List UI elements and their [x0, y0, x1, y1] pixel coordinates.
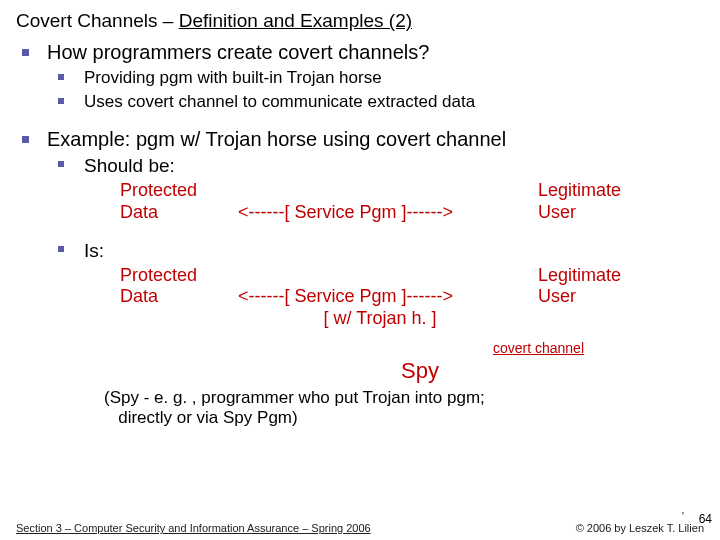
bullet-text: Providing pgm with built-in Trojan horse	[84, 67, 382, 89]
spacer	[530, 308, 670, 330]
bullet-icon	[22, 49, 29, 56]
bullet-level2: Providing pgm with built-in Trojan horse	[58, 67, 704, 89]
service-pgm-arrow: <------[ Service Pgm ]------>	[230, 286, 538, 308]
tick-mark: '	[682, 511, 684, 522]
service-pgm-arrow	[230, 265, 538, 287]
spy-note: (Spy - e. g. , programmer who put Trojan…	[104, 388, 704, 429]
legit-user-label: Legitimate	[538, 180, 678, 202]
bullet-level1: How programmers create covert channels?	[22, 40, 704, 65]
bullet-icon	[22, 136, 29, 143]
bullet-level2: Should be:	[58, 154, 704, 178]
protected-data-label: Data	[120, 202, 230, 224]
spacer	[16, 223, 704, 237]
bullet-level2: Is:	[58, 239, 704, 263]
legit-user-label: User	[538, 202, 678, 224]
note-line1: (Spy - e. g. , programmer who put Trojan…	[104, 388, 485, 407]
title-prefix: Covert Channels –	[16, 10, 179, 31]
spacer	[16, 115, 704, 125]
bullet-text: Example: pgm w/ Trojan horse using cover…	[47, 127, 506, 152]
page-number: 64	[699, 512, 712, 526]
trojan-label: [ w/ Trojan h. ]	[230, 308, 530, 330]
protected-data-label: Data	[120, 286, 230, 308]
diagram-row: Data <------[ Service Pgm ]------> User	[120, 202, 704, 224]
service-pgm-arrow: <------[ Service Pgm ]------>	[230, 202, 538, 224]
bullet-level2: Uses covert channel to communicate extra…	[58, 91, 704, 113]
legit-user-label: User	[538, 286, 678, 308]
footer-left: Section 3 – Computer Security and Inform…	[16, 522, 371, 534]
diagram-row: Data <------[ Service Pgm ]------> User	[120, 286, 704, 308]
diagram-is: Protected Legitimate Data <------[ Servi…	[120, 265, 704, 330]
bullet-icon	[58, 161, 64, 167]
diagram-row: [ w/ Trojan h. ]	[120, 308, 704, 330]
footer: Section 3 – Computer Security and Inform…	[16, 521, 704, 534]
slide-title: Covert Channels – Definition and Example…	[16, 10, 704, 32]
bullet-icon	[58, 98, 64, 104]
slide: Covert Channels – Definition and Example…	[0, 0, 720, 540]
protected-data-label: Protected	[120, 180, 230, 202]
bullet-text: Should be:	[84, 154, 175, 178]
service-pgm-arrow	[230, 180, 538, 202]
bullet-icon	[58, 74, 64, 80]
bullet-text: Is:	[84, 239, 104, 263]
bullet-icon	[58, 246, 64, 252]
footer-right: © 2006 by Leszek T. Lilien	[576, 522, 704, 534]
legit-user-label: Legitimate	[538, 265, 678, 287]
title-underline: Definition and Examples (2)	[179, 10, 412, 31]
diagram-should-be: Protected Legitimate Data <------[ Servi…	[120, 180, 704, 223]
bullet-level1: Example: pgm w/ Trojan horse using cover…	[22, 127, 704, 152]
spacer	[120, 308, 230, 330]
note-line2: directly or via Spy Pgm)	[118, 408, 298, 427]
protected-data-label: Protected	[120, 265, 230, 287]
bullet-text: Uses covert channel to communicate extra…	[84, 91, 475, 113]
diagram-row: Protected Legitimate	[120, 265, 704, 287]
bullet-text: How programmers create covert channels?	[47, 40, 429, 65]
diagram-row: Protected Legitimate	[120, 180, 704, 202]
spy-label: Spy	[136, 358, 704, 384]
covert-channel-label: covert channel	[16, 340, 584, 356]
